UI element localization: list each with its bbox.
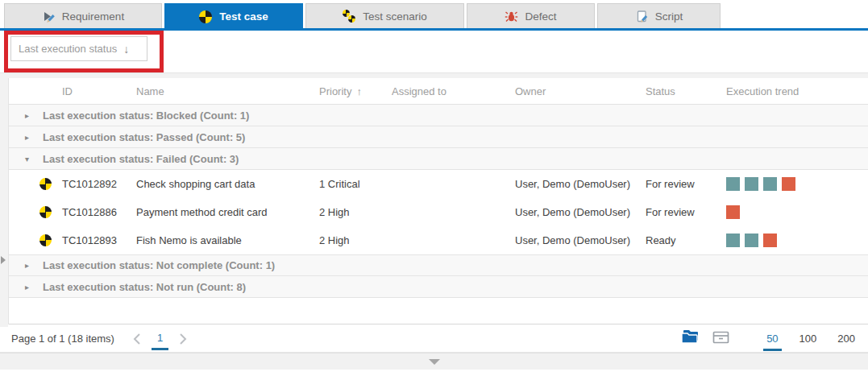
tab-script[interactable]: Script [597,3,721,28]
sort-descending-icon: ↓ [123,43,129,56]
test-scenario-icon [343,10,356,23]
group-label: Last execution status: Blocked (Count: 1… [43,110,249,122]
cell-priority: 2 High [319,234,392,246]
test-case-icon [199,10,213,23]
column-header-execution-trend[interactable]: Execution trend [718,85,868,97]
footer-right-controls: 50 100 200 [681,329,855,347]
group-row-passed[interactable]: ▸ Last execution status: Passed (Count: … [9,126,868,148]
page-size-options: 50 100 200 [766,333,855,345]
chevron-right-icon: ▸ [25,133,43,142]
toolbar: Last execution status ↓ [0,31,868,72]
cell-owner: User, Demo (DemoUser) [515,206,646,218]
splitter-expand-icon[interactable] [1,256,6,264]
cell-priority: 2 High [319,206,392,218]
cell-status: For review [646,206,718,218]
tab-requirement-label: Requirement [62,10,124,23]
chevron-right-icon: ▸ [25,261,43,270]
test-case-icon [38,178,62,190]
tab-test-scenario[interactable]: Test scenario [305,3,464,28]
current-page-number[interactable]: 1 [153,332,167,345]
cell-name: Fish Nemo is available [136,234,319,246]
chevron-right-icon: ▸ [25,283,43,291]
column-header-id[interactable]: ID [62,85,136,97]
group-label: Last execution status: Not run (Count: 8… [43,281,246,293]
group-row-failed[interactable]: ▾ Last execution status: Failed (Count: … [9,148,868,170]
cell-owner: User, Demo (DemoUser) [515,234,646,246]
execution-trend-squares [718,177,868,191]
group-row-not-run[interactable]: ▸ Last execution status: Not run (Count:… [9,276,868,298]
left-splitter-gutter [0,78,8,327]
grid-header-row: ID Name Priority↑ Assigned to Owner Stat… [9,78,868,105]
column-header-status[interactable]: Status [646,85,718,97]
cell-name: Payment method credit card [136,206,319,218]
test-case-icon [38,206,62,218]
script-icon [635,10,649,23]
tab-test-scenario-label: Test scenario [363,10,427,23]
archive-box-icon[interactable] [712,330,729,347]
cell-status: Ready [646,234,718,246]
toolbar-grid-divider [0,72,868,78]
execution-trend-squares [718,234,868,247]
cell-owner: User, Demo (DemoUser) [515,178,646,190]
next-page-button[interactable] [178,333,188,344]
pager: 1 [132,332,188,345]
previous-page-button[interactable] [132,333,142,344]
collapse-panel-icon[interactable] [429,359,440,365]
column-header-priority[interactable]: Priority↑ [319,85,392,97]
tab-bar: Requirement Test case Test scenario [0,0,868,31]
bottom-panel-strip [0,353,868,370]
column-header-owner[interactable]: Owner [515,85,646,97]
page-size-50[interactable]: 50 [766,333,778,345]
cell-id: TC1012893 [62,234,136,246]
tab-defect[interactable]: Defect [467,3,595,28]
test-case-icon [38,234,62,246]
grid-footer: Page 1 of 1 (18 items) 1 [0,324,868,353]
cell-priority: 1 Critical [319,178,392,190]
table-row-tc1012893[interactable]: TC1012893 Fish Nemo is available 2 High … [9,226,868,254]
cell-id: TC1012892 [62,178,136,190]
group-label: Last execution status: Passed (Count: 5) [43,131,245,143]
group-label: Last execution status: Failed (Count: 3) [43,153,239,165]
column-header-name[interactable]: Name [136,85,319,97]
tab-test-case[interactable]: Test case [164,3,303,28]
group-row-blocked[interactable]: ▸ Last execution status: Blocked (Count:… [9,105,868,126]
page-info: Page 1 of 1 (18 items) [11,333,114,345]
page-size-200[interactable]: 200 [837,333,855,345]
tab-defect-label: Defect [525,10,556,23]
cell-name: Check shopping cart data [136,178,319,190]
table-row-tc1012886[interactable]: TC1012886 Payment method credit card 2 H… [9,198,868,226]
group-row-not-complete[interactable]: ▸ Last execution status: Not complete (C… [9,254,868,276]
chevron-down-icon: ▾ [25,155,43,163]
defect-icon [505,10,518,23]
chevron-right-icon: ▸ [25,111,43,120]
tab-test-case-label: Test case [219,10,268,23]
requirement-icon [42,10,56,23]
test-case-grid: ID Name Priority↑ Assigned to Owner Stat… [8,78,868,324]
copy-folders-icon[interactable] [681,329,701,347]
group-by-dropdown[interactable]: Last execution status ↓ [10,36,147,61]
group-label: Last execution status: Not complete (Cou… [43,259,275,271]
cell-id: TC1012886 [62,206,136,218]
grid-empty-area [9,298,868,324]
execution-trend-squares [718,205,868,219]
page-size-100[interactable]: 100 [799,333,817,345]
cell-status: For review [646,178,718,190]
group-by-value: Last execution status [19,43,117,55]
test-management-window: Requirement Test case Test scenario [0,0,868,372]
tab-script-label: Script [655,10,683,23]
tab-requirement[interactable]: Requirement [4,3,162,28]
column-header-assigned-to[interactable]: Assigned to [392,85,515,97]
sort-ascending-icon: ↑ [356,85,362,97]
table-row-tc1012892[interactable]: TC1012892 Check shopping cart data 1 Cri… [9,170,868,198]
